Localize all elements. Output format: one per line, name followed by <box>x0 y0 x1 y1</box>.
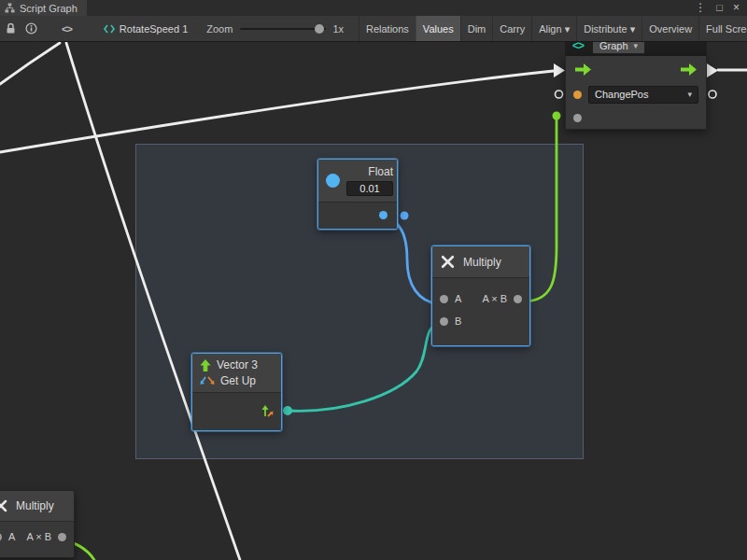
node-title: Multiply <box>16 499 54 512</box>
toolbar-buttons: Relations Values Dim Carry Align ▾ Distr… <box>359 16 747 42</box>
wire-white-left[interactable] <box>0 71 554 152</box>
node-multiply[interactable]: Multiply A A × B B <box>431 245 530 346</box>
vector3-node-header: Vector 3 Get Up <box>192 354 281 393</box>
port-label-b: B <box>455 315 461 327</box>
spare-port-row <box>566 106 706 129</box>
chevron-down-icon: ▾ <box>634 41 639 50</box>
float-node-header: Float 0.01 <box>318 160 397 203</box>
graph-tab-icon <box>5 3 15 13</box>
menu-icon[interactable]: ⋮ <box>695 0 706 16</box>
node-title: Float <box>368 165 393 178</box>
flow-arrow-out-icon <box>707 63 718 77</box>
chevron-down-icon: ▾ <box>687 90 692 99</box>
port-label-output: A × B <box>26 531 51 542</box>
toolbar-button-distribute[interactable]: Distribute ▾ <box>576 16 641 42</box>
flow-port-row <box>566 56 706 82</box>
multiply2-node-header: Multiply <box>0 491 74 522</box>
graph-panel: <> Graph ▾ ChangePos ▾ <box>565 35 707 130</box>
graph-reference[interactable]: RotateSpeed 1 <box>104 23 188 35</box>
unconnected-port-right[interactable] <box>709 91 716 98</box>
vector3-icon <box>200 359 211 371</box>
event-name-label: ChangePos <box>595 89 649 100</box>
event-port-row: ChangePos ▾ <box>566 82 706 106</box>
node-subtitle: Get Up <box>220 374 256 387</box>
multiply-icon <box>440 254 456 270</box>
lock-icon[interactable] <box>6 22 16 35</box>
multiply2-node-body: A A × B <box>0 522 74 557</box>
vector3-output-icon[interactable] <box>261 405 274 418</box>
float-output-port[interactable] <box>379 211 388 219</box>
changepos-node[interactable]: ChangePos ▾ <box>565 56 707 130</box>
vector3-node-body <box>192 393 281 430</box>
window-tab-script-graph[interactable]: Script Graph <box>0 0 87 16</box>
toolbar-button-fullscreen[interactable]: Full Screen <box>698 16 747 42</box>
float-type-icon <box>326 174 340 188</box>
unconnected-port-left[interactable] <box>556 91 563 98</box>
window-controls: ⋮ □ × <box>695 0 747 16</box>
code-view-button[interactable]: <> <box>62 23 72 35</box>
multiply2-input-a-port[interactable] <box>0 533 2 541</box>
multiply-input-b-port[interactable] <box>440 317 448 326</box>
float-node-body <box>318 203 397 229</box>
maximize-icon[interactable]: □ <box>716 0 723 16</box>
flow-out-arrow-icon[interactable] <box>681 63 697 76</box>
zoom-slider[interactable] <box>240 23 326 35</box>
float-value-input[interactable]: 0.01 <box>346 181 393 196</box>
multiply2-output-port[interactable] <box>58 533 66 541</box>
multiply-node-body: A A × B B <box>432 278 529 345</box>
port-label-a: A <box>455 293 461 304</box>
toolbar-button-carry[interactable]: Carry <box>492 16 531 42</box>
zoom-value: 1x <box>332 23 344 35</box>
toolbar-button-overview[interactable]: Overview <box>641 16 698 42</box>
node-multiply-partial[interactable]: Multiply A A × B <box>0 490 75 558</box>
flow-arrow-in-icon <box>554 63 565 77</box>
changepos-event-dropdown[interactable]: ChangePos ▾ <box>588 86 698 104</box>
port-label-output: A × B <box>482 293 507 304</box>
toolbar-button-align[interactable]: Align ▾ <box>531 16 576 42</box>
node-float[interactable]: Float 0.01 <box>317 159 398 230</box>
toolbar-button-values[interactable]: Values <box>416 16 460 42</box>
toolbar-button-dim[interactable]: Dim <box>460 16 493 42</box>
node-title: Vector 3 <box>217 358 258 371</box>
script-graph-icon <box>104 23 115 35</box>
window-title: Script Graph <box>20 3 78 14</box>
multiply-input-a-port[interactable] <box>440 295 448 303</box>
graph-name-label: RotateSpeed 1 <box>120 23 188 35</box>
zoom-label: Zoom <box>206 23 233 35</box>
node-vector3-getup[interactable]: Vector 3 Get Up <box>191 353 282 431</box>
spare-input-port[interactable] <box>573 114 582 122</box>
green-wire-endpoint[interactable] <box>553 112 561 120</box>
port-label-a: A <box>8 531 15 542</box>
zoom-slider-track <box>240 28 326 30</box>
close-icon[interactable]: × <box>733 0 740 16</box>
window-titlebar: Script Graph ⋮ □ × <box>0 0 747 16</box>
flow-in-arrow-icon[interactable] <box>575 63 591 76</box>
multiply-icon <box>0 498 8 513</box>
node-title: Multiply <box>463 256 501 269</box>
graph-toolbar: <> RotateSpeed 1 Zoom 1x Relations Value… <box>0 16 747 42</box>
info-icon[interactable] <box>25 22 37 35</box>
event-input-port[interactable] <box>573 91 582 99</box>
multiply-node-header: Multiply <box>432 246 529 278</box>
graph-canvas[interactable]: { "window": { "title": "Script Graph", "… <box>0 0 747 560</box>
toolbar-button-relations[interactable]: Relations <box>359 16 416 42</box>
multiply-output-port[interactable] <box>514 295 522 303</box>
get-up-icon <box>200 376 215 385</box>
zoom-slider-knob[interactable] <box>315 24 324 34</box>
wire-white-corner[interactable] <box>0 43 60 84</box>
